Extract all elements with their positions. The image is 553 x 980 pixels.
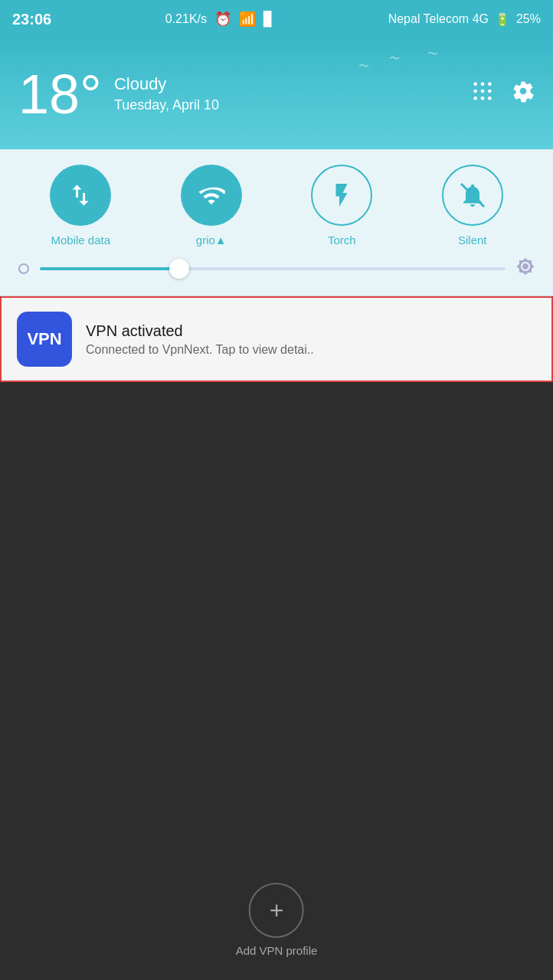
silent-circle: [442, 165, 503, 226]
svg-point-2: [488, 82, 492, 86]
wifi-icon: 📶: [239, 11, 256, 28]
notification-area: VPN VPN activated Connected to VpnNext. …: [0, 296, 553, 382]
weather-condition: Cloudy: [114, 74, 219, 94]
svg-point-0: [473, 82, 477, 86]
svg-point-3: [473, 90, 477, 93]
status-right: Nepal Telecom 4G 🔋 25%: [388, 12, 541, 27]
svg-point-4: [481, 90, 485, 93]
notification-title: VPN activated: [86, 322, 536, 340]
silent-label: Silent: [458, 234, 487, 247]
weather-info: 18° Cloudy Tuesday, April 10: [18, 67, 219, 122]
add-vpn-section[interactable]: + Add VPN profile: [236, 883, 318, 957]
quick-silent[interactable]: Silent: [442, 165, 503, 247]
wifi-label: grio▲: [196, 234, 227, 247]
wifi-circle: [181, 165, 242, 226]
svg-point-8: [488, 96, 492, 100]
status-speed: 0.21K/s: [165, 12, 207, 26]
bird-decoration-3: 〜: [358, 60, 369, 74]
quick-torch[interactable]: Torch: [311, 165, 372, 247]
mobile-data-circle: [50, 165, 111, 226]
apps-grid-icon[interactable]: [472, 80, 493, 107]
dark-background: [0, 382, 553, 811]
quick-icons-row: Mobile data grio▲ Torch: [0, 165, 553, 247]
brightness-row: [0, 247, 553, 283]
carrier-label: Nepal Telecom 4G: [388, 12, 489, 26]
bird-decoration-2: 〜: [427, 47, 438, 61]
weather-header: 〜 〜 〜 18° Cloudy Tuesday, April 10: [0, 38, 553, 149]
add-vpn-label: Add VPN profile: [236, 944, 318, 957]
status-center: 0.21K/s ⏰ 📶 ▊: [165, 11, 274, 28]
svg-point-5: [488, 90, 492, 93]
svg-point-7: [481, 96, 485, 100]
add-vpn-circle: +: [249, 883, 304, 938]
torch-label: Torch: [328, 234, 356, 247]
battery-icon: 🔋: [495, 12, 510, 27]
temperature: 18°: [18, 67, 102, 122]
vpn-notification[interactable]: VPN VPN activated Connected to VpnNext. …: [2, 298, 551, 381]
vpn-app-icon: VPN: [17, 312, 72, 367]
svg-point-1: [481, 82, 485, 86]
weather-description: Cloudy Tuesday, April 10: [114, 74, 219, 113]
brightness-max-icon: [516, 257, 535, 280]
header-icons: [472, 80, 535, 108]
alarm-icon: ⏰: [214, 11, 231, 28]
svg-point-6: [473, 96, 477, 100]
plus-icon: +: [270, 897, 284, 925]
quick-wifi[interactable]: grio▲: [181, 165, 242, 247]
mobile-data-label: Mobile data: [51, 234, 110, 247]
weather-date: Tuesday, April 10: [114, 97, 219, 113]
torch-circle: [311, 165, 372, 226]
bird-decoration: 〜: [389, 52, 400, 66]
notification-subtitle: Connected to VpnNext. Tap to view detai.…: [86, 343, 536, 357]
quick-mobile-data[interactable]: Mobile data: [50, 165, 111, 247]
signal-icon: ▊: [263, 11, 274, 28]
brightness-slider[interactable]: [40, 267, 506, 270]
status-time: 23:06: [12, 11, 51, 28]
notification-text-block: VPN activated Connected to VpnNext. Tap …: [86, 322, 536, 357]
settings-gear-icon[interactable]: [512, 80, 535, 108]
battery-label: 25%: [516, 12, 541, 26]
brightness-thumb[interactable]: [169, 259, 189, 279]
status-bar: 23:06 0.21K/s ⏰ 📶 ▊ Nepal Telecom 4G 🔋 2…: [0, 0, 553, 38]
brightness-min-icon: [18, 263, 29, 274]
quick-settings-panel: Mobile data grio▲ Torch: [0, 149, 553, 296]
